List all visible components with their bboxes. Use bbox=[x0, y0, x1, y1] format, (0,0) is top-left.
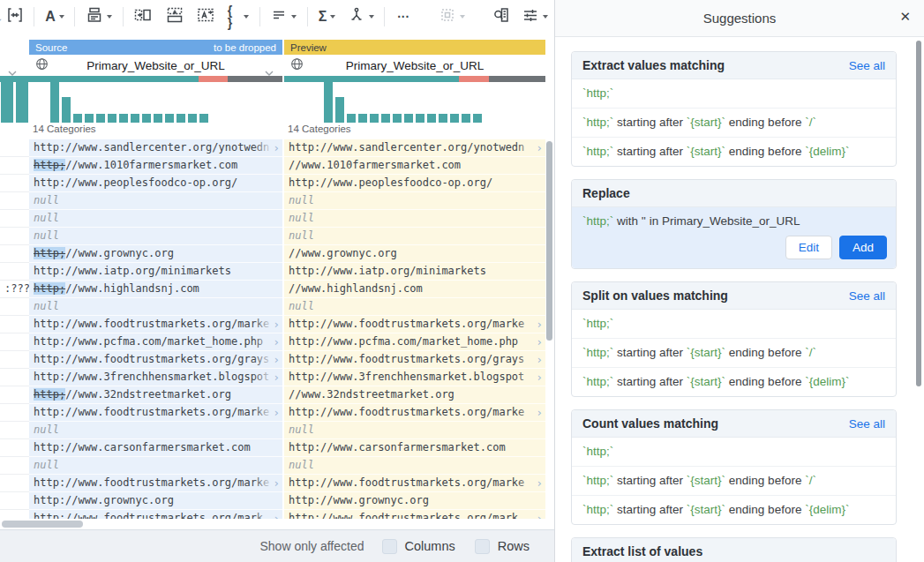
source-cell[interactable]: http://www.foodtrustmarkets.org/grays› bbox=[29, 351, 282, 369]
matched-pattern-highlight[interactable]: http; bbox=[34, 247, 65, 259]
join-button[interactable] bbox=[344, 4, 377, 30]
histogram-bar[interactable] bbox=[358, 114, 367, 123]
see-all-link[interactable]: See all bbox=[849, 417, 885, 431]
histogram-bar[interactable] bbox=[177, 114, 185, 123]
histogram-bar[interactable] bbox=[165, 114, 174, 123]
matched-pattern-highlight[interactable]: http; bbox=[34, 282, 65, 295]
preview-cell[interactable]: http://www.foodtrustmarkets.org/marke› bbox=[284, 475, 545, 492]
chevron-right-icon[interactable]: › bbox=[273, 139, 280, 156]
histogram-bar[interactable] bbox=[416, 114, 424, 123]
source-cell[interactable]: http://www.foodtrustmarkets.org/mark› bbox=[29, 510, 282, 519]
preview-cell[interactable]: http://www.sandlercenter.org/ynotwedn› bbox=[284, 139, 545, 157]
split-columns-button[interactable] bbox=[131, 4, 156, 30]
histogram-bar[interactable] bbox=[188, 114, 197, 123]
histogram-bar[interactable] bbox=[142, 114, 151, 123]
source-cell[interactable]: null bbox=[29, 298, 282, 316]
chevron-right-icon[interactable]: › bbox=[536, 351, 543, 368]
preview-cell[interactable]: http://www.pcfma.com/market_home.php› bbox=[284, 333, 545, 351]
quality-segment-missing[interactable] bbox=[228, 76, 282, 82]
suggestion-item[interactable]: `http;` starting after `{start}` ending … bbox=[572, 496, 896, 524]
preview-cell[interactable]: http://www.carsonfarmersmarket.com bbox=[284, 439, 545, 457]
url-type-icon[interactable] bbox=[35, 57, 49, 74]
histogram-bar[interactable] bbox=[473, 114, 482, 123]
suggestion-item[interactable]: `http;` with '' in Primary_Website_or_UR… bbox=[572, 207, 896, 230]
chevron-right-icon[interactable]: › bbox=[273, 316, 280, 333]
add-button[interactable]: Add bbox=[839, 236, 887, 259]
source-cell[interactable]: null bbox=[29, 457, 282, 475]
histogram-bar[interactable] bbox=[335, 97, 344, 123]
chevron-right-icon[interactable]: › bbox=[536, 333, 543, 350]
quality-segment-mismatched[interactable] bbox=[459, 76, 489, 82]
preview-cell[interactable]: http://www.foodtrustmarkets.org/marke› bbox=[284, 316, 545, 333]
histogram-bar[interactable] bbox=[404, 114, 413, 123]
quality-segment-valid[interactable] bbox=[29, 76, 199, 82]
source-cell[interactable]: http://www.peoplesfoodco-op.org/ bbox=[29, 175, 282, 192]
source-column-header[interactable]: Primary_Website_or_URL bbox=[29, 55, 282, 76]
histogram-bar[interactable] bbox=[108, 114, 116, 123]
preview-cell[interactable]: http://www.iatp.org/minimarkets bbox=[284, 263, 545, 281]
preview-cell[interactable]: http://www.foodtrustmarkets.org/mark› bbox=[284, 510, 545, 519]
preview-cell[interactable]: null bbox=[284, 298, 545, 316]
chevron-right-icon[interactable]: › bbox=[273, 333, 280, 350]
histogram-bar[interactable] bbox=[439, 114, 447, 123]
source-cell[interactable]: null bbox=[29, 422, 282, 439]
histogram-bar[interactable] bbox=[62, 97, 71, 123]
chevron-right-icon[interactable]: › bbox=[536, 510, 543, 519]
preview-quality-bar[interactable] bbox=[284, 76, 545, 82]
see-all-link[interactable]: See all bbox=[849, 289, 885, 303]
suggestion-item[interactable]: `http;` starting after `{start}` ending … bbox=[572, 109, 896, 138]
histogram-bar[interactable] bbox=[370, 114, 379, 123]
source-cell[interactable]: http://www.sandlercenter.org/ynotwedn› bbox=[29, 139, 282, 157]
preview-cell[interactable]: //www.32ndstreetmarket.org bbox=[284, 386, 545, 404]
columns-checkbox[interactable] bbox=[382, 539, 397, 554]
source-cell[interactable]: http://www.3frenchhensmarket.blogspot› bbox=[29, 369, 282, 386]
source-cell[interactable]: http://www.grownyc.org bbox=[29, 492, 282, 510]
preview-cell[interactable]: null bbox=[284, 228, 545, 245]
chevron-right-icon[interactable]: › bbox=[536, 316, 543, 333]
source-cell[interactable]: null bbox=[29, 192, 282, 210]
chevron-right-icon[interactable]: › bbox=[536, 139, 543, 156]
settings-sliders-button[interactable] bbox=[519, 4, 552, 30]
filter-button[interactable] bbox=[267, 4, 300, 30]
histogram-bar[interactable] bbox=[85, 114, 94, 123]
histogram-bar[interactable] bbox=[96, 114, 105, 123]
scrollbar-thumb[interactable] bbox=[916, 41, 921, 386]
source-cell[interactable]: http://www.pcfma.com/market_home.php› bbox=[29, 333, 282, 351]
chevron-right-icon[interactable]: › bbox=[273, 510, 280, 519]
preview-cell[interactable]: http://www.grownyc.org bbox=[284, 492, 545, 510]
histogram-bar[interactable] bbox=[73, 114, 82, 123]
suggestion-item[interactable]: `http;` starting after `{start}` ending … bbox=[572, 339, 896, 368]
histogram-bar[interactable] bbox=[427, 114, 436, 123]
chevron-right-icon[interactable]: › bbox=[536, 404, 543, 421]
histogram-bar[interactable] bbox=[1, 82, 13, 123]
quality-segment-missing[interactable] bbox=[489, 76, 545, 82]
suggestion-item[interactable]: `http;` bbox=[572, 438, 896, 467]
close-icon[interactable]: ✕ bbox=[899, 9, 911, 25]
source-cell[interactable]: http;//www.32ndstreetmarket.org bbox=[29, 386, 282, 404]
chevron-right-icon[interactable]: › bbox=[273, 475, 280, 491]
source-cell[interactable]: http://www.foodtrustmarkets.org/marke› bbox=[29, 475, 282, 492]
scrollbar-thumb[interactable] bbox=[2, 521, 83, 528]
source-cell[interactable]: http;//www.1010farmersmarket.com bbox=[29, 157, 282, 175]
source-cell[interactable]: http://www.iatp.org/minimarkets bbox=[29, 263, 282, 281]
preview-cell[interactable]: //www.highlandsnj.com bbox=[284, 281, 545, 298]
histogram-bar[interactable] bbox=[393, 114, 402, 123]
histogram-bar[interactable] bbox=[450, 114, 459, 123]
source-cell[interactable]: http://www.foodtrustmarkets.org/marke› bbox=[29, 316, 282, 333]
chevron-right-icon[interactable]: › bbox=[273, 369, 280, 386]
preview-column-header[interactable]: Primary_Website_or_URL bbox=[284, 55, 545, 76]
preview-cell[interactable]: null bbox=[284, 210, 545, 228]
grid-horizontal-scrollbar[interactable] bbox=[0, 520, 545, 529]
preview-cell[interactable]: http://www.foodtrustmarkets.org/marke› bbox=[284, 404, 545, 422]
histogram-bar[interactable] bbox=[462, 114, 470, 123]
preview-cell[interactable]: null bbox=[284, 192, 545, 210]
histogram-bar[interactable] bbox=[381, 114, 390, 123]
suggestion-item[interactable]: `http;` starting after `{start}` ending … bbox=[572, 138, 896, 166]
quality-segment-mismatched[interactable] bbox=[199, 76, 228, 82]
search-transforms-button[interactable] bbox=[489, 4, 513, 30]
window-functions-button[interactable] bbox=[82, 4, 115, 30]
chevron-right-icon[interactable]: › bbox=[536, 475, 543, 491]
preview-cell[interactable]: null bbox=[284, 422, 545, 439]
source-cell[interactable]: http;//www.grownyc.org bbox=[29, 245, 282, 263]
suggestion-item[interactable]: `http;` bbox=[572, 310, 896, 339]
